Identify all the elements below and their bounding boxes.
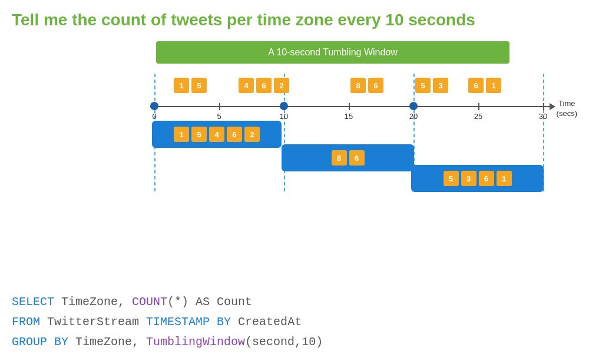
tick-30 xyxy=(543,103,544,110)
tick-label-5: 5 xyxy=(217,112,221,121)
sql-keyword-by2: BY xyxy=(54,335,68,349)
sql-text-timezone2: TimeZone, xyxy=(68,335,146,349)
window-bar-1: 1 5 4 6 2 xyxy=(152,121,282,148)
sql-keyword-count: COUNT xyxy=(132,295,167,309)
tweet-box: 1 xyxy=(174,78,189,93)
tick-25 xyxy=(478,103,479,110)
sql-text-twitterstream: TwitterStream xyxy=(40,315,146,329)
sql-text-by-space xyxy=(210,315,217,329)
sql-keyword-group: GROUP xyxy=(12,335,47,349)
sql-keyword-select: SELECT xyxy=(12,295,54,309)
sql-line-2: FROM TwitterStream TIMESTAMP BY CreatedA… xyxy=(12,312,323,332)
tick-label-30: 30 xyxy=(539,112,547,121)
window-box: 5 xyxy=(191,127,207,142)
tick-label-25: 25 xyxy=(474,112,482,121)
timeline-axis xyxy=(150,106,551,107)
window-bar-3: 5 3 6 1 xyxy=(411,165,544,192)
sql-text-as-count: (*) AS Count xyxy=(167,295,252,309)
sql-text-window-params: (second,10) xyxy=(245,335,323,349)
window-box: 5 xyxy=(444,171,459,186)
diagram-area: A 10-second Tumbling Window 1 5 4 6 2 8 … xyxy=(0,35,589,224)
tick-label-20: 20 xyxy=(409,112,418,121)
window-box: 3 xyxy=(461,171,477,186)
tweet-box: 6 xyxy=(368,78,383,93)
tweet-box: 3 xyxy=(433,78,448,93)
tweet-box: 4 xyxy=(239,78,254,93)
window-bar-2: 8 6 xyxy=(282,144,414,171)
sql-text-timezone: TimeZone, xyxy=(54,295,132,309)
window-box: 2 xyxy=(244,127,260,142)
sql-keyword-tumbling: TumblingWindow xyxy=(146,335,245,349)
sql-keyword-by: BY xyxy=(217,315,231,329)
sql-line-3: GROUP BY TimeZone, TumblingWindow(second… xyxy=(12,332,323,352)
tumbling-window-banner: A 10-second Tumbling Window xyxy=(156,41,509,64)
tweet-box: 6 xyxy=(256,78,272,93)
tweet-box: 5 xyxy=(191,78,207,93)
sql-text-createdat: CreatedAt xyxy=(231,315,302,329)
dot-20 xyxy=(409,102,418,110)
tick-label-0: 0 xyxy=(152,112,156,121)
sql-line-1: SELECT TimeZone, COUNT(*) AS Count xyxy=(12,292,323,312)
window-box: 6 xyxy=(349,150,365,166)
tweet-box: 8 xyxy=(350,78,366,93)
window-box: 1 xyxy=(497,171,512,186)
window-box: 8 xyxy=(332,150,347,166)
dot-10 xyxy=(280,102,288,110)
window-box: 1 xyxy=(174,127,189,142)
sql-text-space xyxy=(47,335,54,349)
tweet-box: 5 xyxy=(415,78,431,93)
tick-15 xyxy=(349,103,350,110)
sql-keyword-timestamp: TIMESTAMP xyxy=(146,315,210,329)
tweet-box: 1 xyxy=(486,78,501,93)
tick-label-10: 10 xyxy=(280,112,288,121)
tweet-box: 2 xyxy=(274,78,289,93)
sql-keyword-from: FROM xyxy=(12,315,40,329)
window-box: 4 xyxy=(209,127,224,142)
sql-section: SELECT TimeZone, COUNT(*) AS Count FROM … xyxy=(12,292,323,352)
tweet-box: 6 xyxy=(468,78,484,93)
window-box: 6 xyxy=(479,171,494,186)
tick-5 xyxy=(219,103,220,110)
title: Tell me the count of tweets per time zon… xyxy=(0,0,589,35)
window-box: 6 xyxy=(227,127,242,142)
tick-label-15: 15 xyxy=(345,112,353,121)
timeline-label: Time(secs) xyxy=(557,99,577,119)
dot-0 xyxy=(150,102,158,110)
